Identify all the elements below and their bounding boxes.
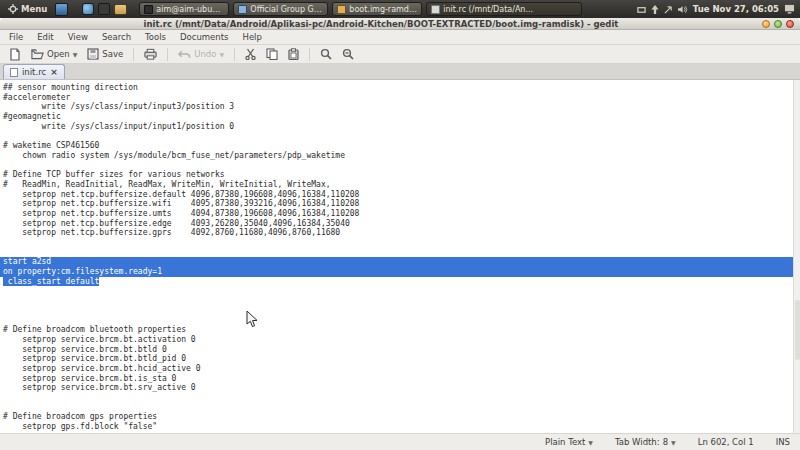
copy-button[interactable] (263, 47, 281, 61)
editor-line[interactable]: setprop net.tcp.buffersize.default 4096,… (3, 190, 793, 200)
toolbar-separator (167, 48, 168, 61)
taskbar-button[interactable]: aim@aim-ubuntu: /... (139, 2, 229, 16)
editor-line[interactable]: write /sys/class/input/input3/position 3 (3, 102, 793, 112)
window-titlebar[interactable]: init.rc (/mnt/Data/Android/Aplikasi-pc/A… (0, 18, 800, 30)
editor-line[interactable]: setprop gps.fd.block "false" (3, 422, 793, 432)
menu-search[interactable]: Search (95, 32, 138, 42)
replace-button[interactable] (339, 47, 357, 61)
editor-line[interactable]: setprop service.brcm.bt.is_sta 0 (3, 374, 793, 384)
editor-line[interactable]: setprop net.tcp.buffersize.edge 4093,262… (3, 219, 793, 229)
editor-line[interactable]: class_start default (3, 277, 793, 287)
editor-line[interactable] (3, 306, 793, 316)
editor-line[interactable] (3, 316, 793, 326)
volume-icon[interactable] (678, 5, 688, 14)
close-button[interactable] (786, 20, 794, 28)
editor-line[interactable]: # ReadMin, ReadInitial, ReadMax, WriteMi… (3, 180, 793, 190)
editor-line[interactable] (3, 131, 793, 141)
editor-line[interactable] (3, 286, 793, 296)
clock[interactable]: Tue Nov 27, 06:05 (693, 4, 779, 14)
tab-width-value: 8 (663, 437, 668, 447)
network-icon[interactable] (664, 5, 673, 14)
editor-line[interactable]: setprop service.brcm.bt.activation 0 (3, 335, 793, 345)
editor-line[interactable] (3, 248, 793, 258)
save-button[interactable]: Save (84, 47, 126, 61)
menu-button[interactable]: Menu (4, 3, 51, 15)
find-button[interactable] (317, 47, 335, 61)
editor-line[interactable]: start a2sd (0, 257, 793, 267)
editor-line[interactable] (3, 403, 793, 413)
cut-scissors-icon (245, 48, 256, 60)
task-label: boot.img-ramdisk (349, 5, 417, 14)
editor-line[interactable]: #geomagnetic (3, 112, 793, 122)
editor-line[interactable]: setprop net.tcp.buffersize.gprs 4092,876… (3, 228, 793, 238)
new-document-button[interactable] (6, 47, 24, 62)
window-title: init.rc (/mnt/Data/Android/Aplikasi-pc/A… (0, 19, 762, 29)
editor-line[interactable]: setprop service.brcm.bt.hcid_active 0 (3, 364, 793, 374)
browser-launcher-icon[interactable] (82, 3, 94, 15)
editor-line[interactable]: setprop service.brcm.bt.srv_active 0 (3, 383, 793, 393)
editor-line[interactable]: on property:cm.filesystem.ready=1 (0, 267, 793, 277)
open-dropdown-arrow[interactable]: ▼ (73, 51, 78, 58)
editor-line[interactable]: # Define broadcom gps properties (3, 412, 793, 422)
update-arrow-icon[interactable] (651, 5, 659, 14)
undo-icon (178, 49, 191, 60)
cut-button[interactable] (242, 47, 259, 61)
editor-line[interactable]: # Define TCP buffer sizes for various ne… (3, 170, 793, 180)
editor-line[interactable] (3, 393, 793, 403)
tab-width-selector[interactable]: Tab Width: 8 ▼ (615, 437, 676, 447)
maximize-button[interactable] (774, 20, 782, 28)
editor-line[interactable] (3, 238, 793, 248)
editor-line[interactable] (3, 296, 793, 306)
menu-edit[interactable]: Edit (30, 32, 60, 42)
taskbar-button[interactable]: init.rc (/mnt/Data/An... (426, 2, 582, 16)
menu-tools[interactable]: Tools (138, 32, 173, 42)
editor-line[interactable]: # waketime CSP461560 (3, 141, 793, 151)
menu-file[interactable]: File (2, 32, 30, 42)
text-editor-area[interactable]: ## sensor mounting direction#acceleromet… (0, 80, 793, 433)
menu-help[interactable]: Help (236, 32, 269, 42)
minimize-button[interactable] (762, 20, 770, 28)
undo-button[interactable]: Undo ▼ (175, 48, 227, 61)
menu-view[interactable]: View (61, 32, 95, 42)
window-list-icon[interactable] (637, 5, 646, 14)
menu-label: Menu (21, 4, 47, 14)
open-label: Open (47, 49, 70, 59)
editor-line[interactable]: ## sensor mounting direction (3, 83, 793, 93)
open-button[interactable]: Open ▼ (28, 47, 80, 61)
vertical-scrollbar[interactable] (793, 80, 800, 433)
display-settings-icon[interactable] (55, 3, 68, 16)
editor-line[interactable]: write /sys/class/input/input1/position 0 (3, 122, 793, 132)
mouse-cursor (246, 311, 258, 328)
scrollbar-thumb[interactable] (795, 300, 800, 360)
menubar: FileEditViewSearchToolsDocumentsHelp (0, 30, 800, 45)
tab-width-label: Tab Width: (615, 437, 660, 447)
display-tray-icon[interactable] (784, 4, 795, 14)
toolbar-separator (234, 48, 235, 61)
paste-clipboard-icon (288, 48, 299, 60)
files-launcher-icon[interactable] (114, 4, 127, 15)
document-icon (10, 68, 18, 77)
editor-line[interactable] (3, 161, 793, 171)
editor-line[interactable]: setprop net.tcp.buffersize.wifi 4095,873… (3, 199, 793, 209)
editor-line[interactable]: #accelerometer (3, 93, 793, 103)
taskbar-button[interactable]: boot.img-ramdisk (332, 2, 422, 16)
tab-init-rc[interactable]: init.rc × (3, 64, 65, 79)
print-button[interactable] (141, 47, 160, 61)
editor-line[interactable]: setprop service.brcm.bt.btld 0 (3, 345, 793, 355)
task-label: aim@aim-ubuntu: /... (156, 5, 224, 14)
app-launcher-icon[interactable] (98, 3, 110, 15)
menu-documents[interactable]: Documents (173, 32, 235, 42)
editor-line[interactable]: setprop net.tcp.buffersize.umts 4094,873… (3, 209, 793, 219)
taskbar-button[interactable]: Official Group Galax... (233, 2, 328, 16)
undo-dropdown-arrow[interactable]: ▼ (219, 51, 224, 58)
desktop-screen: Menu aim@aim-ubuntu: /...Official Group … (0, 0, 800, 450)
cursor-position: Ln 602, Col 1 (698, 437, 754, 447)
editor-line[interactable]: setprop service.brcm.bt.btld_pid 0 (3, 354, 793, 364)
tab-close-icon[interactable]: × (50, 68, 58, 76)
language-selector[interactable]: Plain Text ▼ (545, 437, 593, 447)
insert-mode-indicator: INS (776, 437, 790, 447)
editor-line[interactable]: # Define broadcom bluetooth properties (3, 325, 793, 335)
paste-button[interactable] (285, 47, 302, 61)
editor-line[interactable]: chown radio system /sys/module/bcm_fuse_… (3, 151, 793, 161)
undo-label: Undo (194, 49, 216, 59)
